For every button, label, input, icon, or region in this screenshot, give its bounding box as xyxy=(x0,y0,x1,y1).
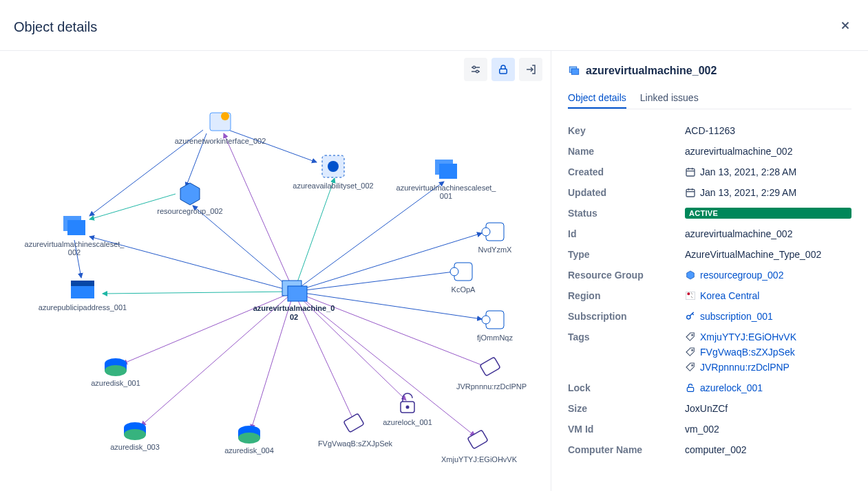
svg-point-28 xyxy=(450,268,458,276)
settings-button[interactable] xyxy=(464,58,487,81)
calendar-icon xyxy=(685,166,696,177)
svg-text:JVRpnnnu:rzDclPNP: JVRpnnnu:rzDclPNP xyxy=(456,382,527,391)
key-icon xyxy=(685,311,696,322)
label-size: Size xyxy=(568,403,685,414)
svg-point-3 xyxy=(476,70,478,72)
svg-rect-50 xyxy=(480,357,500,376)
svg-point-6 xyxy=(221,112,229,120)
svg-rect-22 xyxy=(288,286,307,301)
link-lock[interactable]: azurelock_001 xyxy=(700,382,763,393)
value-size: JoxUnZCf xyxy=(685,403,851,414)
cube-icon xyxy=(685,270,696,281)
node-disk-001[interactable]: azuredisk_001 xyxy=(91,358,140,387)
node-resourcegroup[interactable]: resourcegroup_002 xyxy=(157,183,222,215)
svg-rect-64 xyxy=(686,292,695,300)
link-resourcegroup[interactable]: resourcegroup_002 xyxy=(700,270,783,281)
link-tag[interactable]: FVgVwaqB:sZXJpSek xyxy=(700,347,795,358)
label-key: Key xyxy=(568,125,685,136)
node-availabilityset[interactable]: azureavailabilityset_002 xyxy=(293,155,373,190)
svg-point-72 xyxy=(692,349,693,351)
page-title: Object details xyxy=(14,19,97,35)
label-vmid: VM Id xyxy=(568,424,685,435)
svg-point-31 xyxy=(482,316,490,324)
svg-point-35 xyxy=(105,365,127,376)
svg-rect-13 xyxy=(439,164,457,179)
calendar-icon xyxy=(685,187,696,198)
lock-icon xyxy=(685,382,696,393)
svg-text:azurevirtualmachinescaleset_00: azurevirtualmachinescaleset_001 xyxy=(396,184,497,200)
svg-rect-19 xyxy=(71,281,94,286)
tab-object-details[interactable]: Object details xyxy=(568,88,626,109)
value-key: ACD-11263 xyxy=(685,125,851,136)
node-center-vm[interactable]: azurevirtualmachine_002 xyxy=(253,281,335,321)
node-publicip[interactable]: azurepublicipaddress_001 xyxy=(39,281,127,312)
value-vmid: vm_002 xyxy=(685,424,851,435)
flag-icon xyxy=(685,290,696,301)
label-subscription: Subscription xyxy=(568,311,685,322)
link-tag[interactable]: JVRpnnnu:rzDclPNP xyxy=(700,362,790,373)
link-region[interactable]: Korea Central xyxy=(700,290,759,301)
svg-text:azurelock_001: azurelock_001 xyxy=(383,418,432,426)
lock-view-button[interactable] xyxy=(491,58,515,81)
svg-rect-4 xyxy=(500,69,507,74)
value-computer-name: computer_002 xyxy=(685,444,851,455)
link-subscription[interactable]: subscription_001 xyxy=(700,311,773,322)
node-disk-003[interactable]: azuredisk_003 xyxy=(110,422,160,451)
svg-point-25 xyxy=(482,228,490,236)
expand-button[interactable] xyxy=(519,58,542,81)
svg-point-2 xyxy=(473,66,475,68)
lock-icon xyxy=(497,63,509,76)
svg-text:azurenetworkinterface_002: azurenetworkinterface_002 xyxy=(175,137,266,145)
label-created: Created xyxy=(568,166,685,177)
svg-point-66 xyxy=(691,293,692,294)
sliders-icon xyxy=(469,63,482,76)
svg-point-68 xyxy=(691,296,692,297)
node-tag-b[interactable]: JVRpnnnu:rzDclPNP xyxy=(456,357,527,391)
svg-rect-74 xyxy=(687,387,693,391)
node-tag-a[interactable]: FVgVwaqB:sZXJpSek xyxy=(318,413,393,448)
node-ext-c[interactable]: fjOmmNqz xyxy=(477,311,513,342)
tag-icon xyxy=(685,347,696,358)
svg-text:azurepublicipaddress_001: azurepublicipaddress_001 xyxy=(39,303,127,312)
svg-text:azurevirtualmachinescaleset_00: azurevirtualmachinescaleset_002 xyxy=(25,240,125,257)
svg-text:NvdYzmX: NvdYzmX xyxy=(478,246,513,254)
tag-icon xyxy=(685,331,696,342)
node-vmss-002[interactable]: azurevirtualmachinescaleset_002 xyxy=(25,216,125,257)
node-ext-a[interactable]: NvdYzmX xyxy=(478,223,513,254)
svg-point-39 xyxy=(124,429,146,440)
label-rg: Resource Group xyxy=(568,270,685,281)
svg-text:XmjuYTYJ:EGiOHvVK: XmjuYTYJ:EGiOHvVK xyxy=(441,455,518,463)
label-updated: Updated xyxy=(568,187,685,198)
svg-text:azuredisk_004: azuredisk_004 xyxy=(224,446,274,455)
svg-text:KcOpA: KcOpA xyxy=(452,285,476,294)
svg-rect-56 xyxy=(686,168,695,176)
details-panel: azurevirtualmachine_002 Object details L… xyxy=(551,51,868,491)
svg-point-71 xyxy=(692,334,693,336)
link-tag[interactable]: XmjuYTYJ:EGiOHvVK xyxy=(700,331,796,342)
svg-rect-45 xyxy=(343,413,364,433)
svg-text:FVgVwaqB:sZXJpSek: FVgVwaqB:sZXJpSek xyxy=(318,439,393,448)
node-lock[interactable]: azurelock_001 xyxy=(383,393,432,426)
modal-header: Object details xyxy=(0,0,868,51)
svg-point-73 xyxy=(692,364,693,366)
tab-linked-issues[interactable]: Linked issues xyxy=(640,88,699,109)
svg-text:azuredisk_003: azuredisk_003 xyxy=(110,443,160,451)
node-vmss-001[interactable]: azurevirtualmachinescaleset_001 xyxy=(396,160,497,200)
status-badge: ACTIVE xyxy=(685,208,851,219)
expand-icon xyxy=(525,63,537,76)
svg-text:azuredisk_001: azuredisk_001 xyxy=(91,379,140,387)
close-icon xyxy=(839,19,851,32)
node-disk-004[interactable]: azuredisk_004 xyxy=(224,426,274,455)
node-networkinterface[interactable]: azurenetworkinterface_002 xyxy=(175,112,266,145)
label-computer-name: Computer Name xyxy=(568,444,685,455)
value-updated: Jan 13, 2021, 2:29 AM xyxy=(700,187,796,198)
label-id: Id xyxy=(568,228,685,239)
svg-rect-60 xyxy=(686,189,695,197)
svg-rect-55 xyxy=(571,69,579,74)
close-button[interactable] xyxy=(836,17,854,38)
node-tag-c[interactable]: XmjuYTYJ:EGiOHvVK xyxy=(441,430,518,463)
label-tags: Tags xyxy=(568,331,685,342)
svg-point-43 xyxy=(238,433,260,444)
dependency-graph[interactable]: azurenetworkinterface_002 resourcegroup_… xyxy=(0,51,551,491)
node-ext-b[interactable]: KcOpA xyxy=(450,263,476,294)
